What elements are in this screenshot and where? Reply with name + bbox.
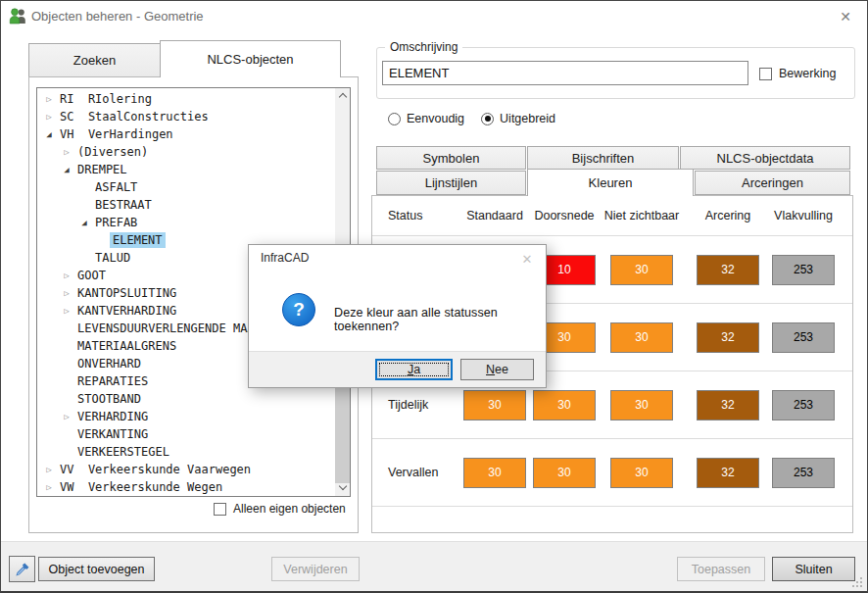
expand-arrow-icon[interactable]: ▷ (41, 482, 57, 492)
collapse-arrow-icon[interactable]: ◢ (41, 129, 57, 139)
resize-grip[interactable] (852, 577, 862, 587)
status-label: Vervallen (388, 466, 460, 479)
tree-item[interactable]: STOOTBAND (37, 390, 334, 408)
tree-item[interactable]: ▷VV Verkeerskunde Vaarwegen (37, 461, 334, 478)
uitgebreid-radio[interactable] (481, 113, 494, 125)
tree-item[interactable]: VERKANTING (37, 425, 334, 443)
ja-button[interactable]: Ja (375, 359, 453, 380)
color-cell[interactable]: 32 (697, 322, 759, 353)
tree-item-label: ONVERHARD (74, 356, 144, 371)
bewerking-checkbox[interactable] (759, 68, 772, 80)
status-label: Tijdelijk (388, 398, 460, 412)
color-cell[interactable]: 253 (772, 458, 835, 488)
color-cell[interactable]: 32 (697, 390, 759, 420)
tree-item-label: VERHARDING (74, 409, 151, 424)
tab-nlcs-objectdata[interactable]: NLCS-objectdata (680, 146, 850, 170)
tab-kleuren[interactable]: Kleuren (527, 169, 694, 196)
tree-item-label: ELEMENT (110, 232, 166, 248)
window-title: Objecten beheren - Geometrie (31, 9, 204, 24)
tree-item[interactable]: ◢VH VerHardingen (37, 125, 334, 143)
tree-item-label: TALUD (92, 250, 133, 266)
tab-bijschriften[interactable]: Bijschriften (527, 146, 679, 170)
color-cell[interactable]: 253 (772, 255, 835, 285)
color-cell[interactable]: 30 (610, 255, 673, 285)
tab-nlcs-objecten[interactable]: NLCS-objecten (160, 40, 341, 77)
omschrijving-groupbox: Omschrijving Bewerking (376, 47, 855, 99)
column-header: Vlakvulling (774, 209, 833, 222)
nee-button[interactable]: Nee (460, 359, 534, 380)
expand-arrow-icon[interactable]: ▷ (59, 288, 74, 298)
column-header: Arcering (705, 209, 751, 222)
collapse-arrow-icon[interactable]: ◢ (59, 165, 74, 174)
eenvoudig-radio[interactable] (388, 113, 401, 125)
color-cell[interactable]: 30 (610, 322, 673, 353)
bewerking-label: Bewerking (779, 67, 836, 80)
footer-bar: Object toevoegen Verwijderen Toepassen S… (1, 541, 867, 591)
toepassen-button: Toepassen (677, 557, 765, 581)
tree-item[interactable]: BESTRAAT (37, 196, 334, 214)
tree-item[interactable]: ▷(Diversen) (37, 143, 334, 161)
infracad-dialog: InfraCAD ✕ ? Deze kleur aan alle statuss… (248, 244, 547, 388)
tree-item[interactable]: ◢DREMPEL (37, 161, 334, 178)
tree-item-label: GOOT (74, 268, 109, 283)
expand-arrow-icon[interactable]: ▷ (59, 412, 74, 421)
dialog-close-icon[interactable]: ✕ (517, 249, 537, 269)
collapse-arrow-icon[interactable]: ◢ (76, 218, 92, 227)
tree-item[interactable]: ASFALT (37, 178, 334, 196)
objecten-beheren-window: Objecten beheren - Geometrie ✕ Zoeken NL… (0, 0, 868, 593)
tab-arceringen[interactable]: Arceringen (695, 171, 850, 195)
dialog-footer: Ja Nee (249, 351, 546, 387)
omschrijving-input[interactable] (382, 61, 748, 85)
close-icon[interactable]: ✕ (834, 5, 857, 28)
color-cell[interactable]: 32 (697, 255, 759, 285)
tree-item[interactable]: VERKEERSTEGEL (37, 443, 334, 461)
tree-item[interactable]: ▷VERHARDING (37, 408, 334, 425)
color-cell[interactable]: 253 (772, 322, 835, 353)
expand-arrow-icon[interactable]: ▷ (59, 306, 74, 316)
tree-item[interactable]: ▷SC StaalConstructies (37, 108, 334, 125)
tree-item-label: ASFALT (92, 179, 140, 195)
tree-item-label: MATERIAALGRENS (74, 338, 179, 354)
column-header: Niet zichtbaar (604, 209, 679, 222)
scroll-down-icon[interactable] (335, 480, 350, 496)
color-cell[interactable]: 30 (463, 458, 526, 488)
tree-item-label: PREFAB (92, 215, 140, 230)
tab-symbolen[interactable]: Symbolen (376, 146, 526, 170)
tree-item-label: (Diversen) (74, 144, 151, 160)
users-icon (9, 8, 27, 25)
eyedropper-button[interactable] (9, 556, 35, 582)
tree-item[interactable]: ◢PREFAB (37, 214, 334, 231)
object-toevoegen-button[interactable]: Object toevoegen (38, 557, 155, 581)
color-cell[interactable]: 30 (533, 390, 596, 420)
eenvoudig-label: Eenvoudig (407, 112, 464, 125)
tree-item-label: RI RIolering (57, 91, 155, 107)
tree-item-label: LEVENSDUURVERLENGENDE MAAT (74, 321, 265, 336)
dialog-title: InfraCAD (261, 251, 309, 265)
expand-arrow-icon[interactable]: ▷ (59, 271, 74, 280)
color-cell[interactable]: 30 (610, 458, 673, 488)
color-cell[interactable]: 32 (697, 458, 759, 488)
tab-zoeken[interactable]: Zoeken (28, 43, 161, 77)
scroll-up-icon[interactable] (335, 88, 350, 104)
color-cell[interactable]: 30 (610, 390, 673, 420)
uitgebreid-label: Uitgebreid (500, 112, 555, 125)
tree-item-label: VV Verkeerskunde Vaarwegen (57, 462, 254, 477)
expand-arrow-icon[interactable]: ▷ (41, 94, 57, 104)
expand-arrow-icon[interactable]: ▷ (41, 465, 57, 474)
color-cell[interactable]: 30 (533, 458, 596, 488)
tab-lijnstijlen[interactable]: Lijnstijlen (376, 171, 526, 195)
color-cell[interactable]: 30 (463, 390, 526, 420)
expand-arrow-icon[interactable]: ▷ (41, 112, 57, 122)
tree-item-label: VH VerHardingen (57, 126, 176, 142)
expand-arrow-icon[interactable]: ▷ (59, 147, 74, 157)
sluiten-button[interactable]: Sluiten (772, 557, 855, 581)
color-cell[interactable]: 253 (772, 390, 835, 420)
tree-item[interactable]: ▷RI RIolering (37, 90, 334, 108)
dialog-message: Deze kleur aan alle statussen toekennen? (334, 306, 546, 333)
alleen-eigen-objecten-checkbox[interactable] (214, 503, 226, 516)
tree-item[interactable]: ▷VW Verkeerskunde Wegen (37, 478, 334, 496)
column-header: Standaard (466, 209, 523, 222)
tree-item-label: SC StaalConstructies (57, 109, 212, 124)
kleuren-table-header: StatusStandaardDoorsnedeNiet zichtbaarAr… (372, 196, 852, 236)
alleen-eigen-objecten-label: Alleen eigen objecten (233, 502, 346, 516)
